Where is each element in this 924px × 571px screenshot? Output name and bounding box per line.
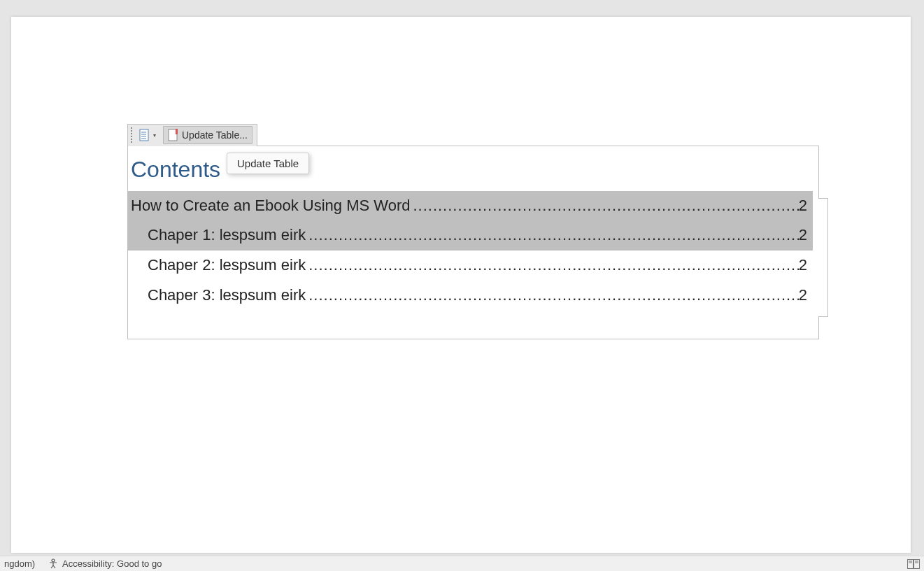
status-language[interactable]: ngdom) bbox=[4, 558, 35, 569]
svg-rect-6 bbox=[176, 129, 178, 134]
read-mode-icon[interactable] bbox=[907, 559, 920, 569]
status-language-text: ngdom) bbox=[4, 558, 35, 569]
toc-entry-page: 2 bbox=[799, 285, 813, 306]
toc-options-button[interactable]: ▾ bbox=[136, 127, 162, 143]
status-accessibility-text: Accessibility: Good to go bbox=[62, 558, 162, 569]
toc-entry-text: Chaper 3: lespsum eirk bbox=[148, 285, 306, 306]
toc-leader-dots: ........................................… bbox=[306, 225, 799, 246]
document-icon bbox=[139, 129, 150, 141]
chevron-down-icon: ▾ bbox=[153, 132, 156, 139]
update-document-icon bbox=[168, 129, 179, 141]
toc-entry-text: How to Create an Ebook Using MS Word bbox=[131, 195, 410, 217]
document-page: ▾ Update Table... Contents How to Create… bbox=[11, 17, 911, 553]
svg-point-7 bbox=[52, 559, 55, 562]
toc-entry[interactable]: Chaper 3: lespsum eirk .................… bbox=[128, 281, 813, 311]
status-right-group bbox=[907, 559, 920, 569]
toc-control-tab: ▾ Update Table... bbox=[127, 124, 257, 146]
drag-handle-icon[interactable] bbox=[131, 127, 135, 143]
status-bar: ngdom) Accessibility: Good to go bbox=[0, 556, 924, 571]
toc-leader-dots: ........................................… bbox=[306, 285, 799, 306]
toc-content-box: Contents How to Create an Ebook Using MS… bbox=[127, 146, 819, 339]
toc-entry-text: Chaper 1: lespsum eirk bbox=[148, 225, 306, 246]
svg-rect-0 bbox=[140, 129, 148, 141]
toc-entry-text: Chaper 2: lespsum eirk bbox=[148, 255, 306, 276]
toc-selection-notch bbox=[818, 198, 828, 317]
toc-entry[interactable]: Chaper 2: lespsum eirk .................… bbox=[128, 251, 813, 281]
toc-leader-dots: ........................................… bbox=[410, 195, 798, 217]
toc-entry[interactable]: How to Create an Ebook Using MS Word ...… bbox=[128, 191, 813, 221]
toc-leader-dots: ........................................… bbox=[306, 255, 799, 276]
toc-entry-page: 2 bbox=[799, 255, 813, 276]
svg-rect-9 bbox=[914, 559, 920, 568]
update-table-label: Update Table... bbox=[182, 129, 248, 141]
toc-entry[interactable]: Chaper 1: lespsum eirk .................… bbox=[128, 220, 813, 251]
status-accessibility[interactable]: Accessibility: Good to go bbox=[48, 558, 162, 570]
accessibility-icon bbox=[48, 558, 59, 570]
tooltip: Update Table bbox=[227, 153, 309, 174]
toc-entry-page: 2 bbox=[799, 225, 813, 246]
toc-entry-page: 2 bbox=[799, 195, 813, 217]
svg-rect-8 bbox=[908, 559, 914, 568]
tooltip-text: Update Table bbox=[237, 157, 299, 169]
update-table-button[interactable]: Update Table... bbox=[163, 126, 253, 144]
